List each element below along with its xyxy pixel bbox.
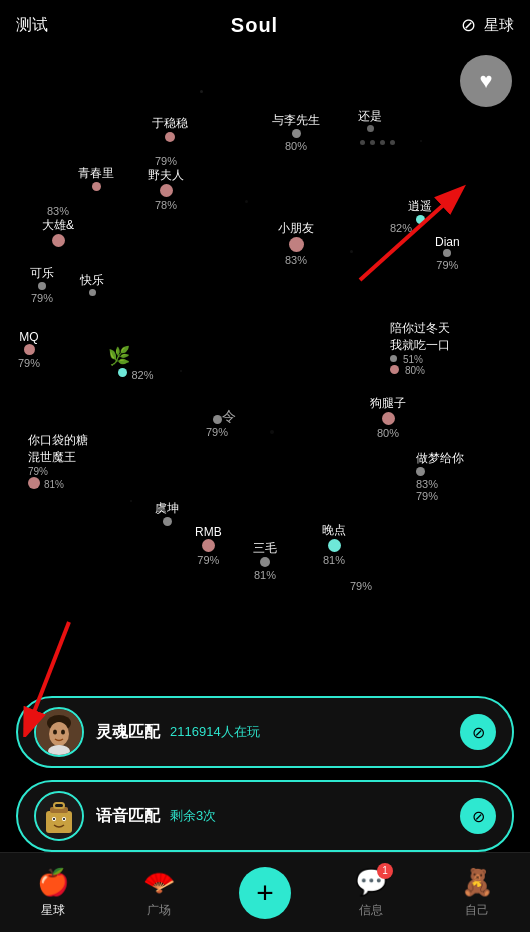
bottom-nav: 🍎 星球 🪭 广场 + 💬 1 信息 🧸 自己 (0, 852, 530, 932)
voice-match-card[interactable]: 语音匹配 剩余3次 ⊘ (16, 780, 514, 852)
node-xiaoyao[interactable]: 逍遥 (408, 198, 432, 226)
node-peiniguodong[interactable]: 陪你过冬天 我就吃一口 51% 80% (390, 320, 450, 376)
soul-match-filter-btn[interactable]: ⊘ (460, 714, 496, 750)
node-kele[interactable]: 可乐 79% (30, 265, 54, 304)
heart-icon: ♥ (479, 68, 492, 94)
soul-match-title: 灵魂匹配 (96, 722, 160, 743)
nav-item-xingqiu[interactable]: 🍎 星球 (0, 867, 106, 919)
node-yuwenwen[interactable]: 于稳稳 (152, 115, 188, 144)
nav-label-guangchang: 广场 (147, 902, 171, 919)
header: 测试 Soul ⊘ 星球 (0, 0, 530, 50)
voice-match-subtitle: 剩余3次 (170, 807, 216, 825)
cards-area: 灵魂匹配 2116914人在玩 ⊘ (0, 696, 530, 852)
node-xiaopenyou[interactable]: 小朋友 83% (278, 220, 314, 266)
add-button[interactable]: + (239, 867, 291, 919)
node-goutuizi[interactable]: 狗腿子 80% (370, 395, 406, 439)
soul-match-subtitle: 2116914人在玩 (170, 723, 260, 741)
planet-label[interactable]: 星球 (484, 16, 514, 35)
node-nikoudaitang[interactable]: 你口袋的糖 混世魔王 79% 81% (28, 432, 88, 491)
node-mid79[interactable]: 79% (206, 415, 228, 438)
node-daxiong[interactable]: 83% 大雄& (42, 205, 74, 249)
soul-match-card[interactable]: 灵魂匹配 2116914人在玩 ⊘ (16, 696, 514, 768)
node-kuaile[interactable]: 快乐 (80, 272, 104, 298)
guangchang-icon: 🪭 (143, 867, 175, 898)
voice-match-title: 语音匹配 (96, 806, 160, 827)
node-haishi[interactable]: 还是 (358, 108, 382, 134)
nav-item-ziji[interactable]: 🧸 自己 (424, 867, 530, 919)
nav-label-xingqiu: 星球 (41, 902, 65, 919)
nav-label-ziji: 自己 (465, 902, 489, 919)
top-avatar[interactable]: ♥ (460, 55, 512, 107)
voice-match-avatar (34, 791, 84, 841)
header-right: ⊘ 星球 (461, 14, 514, 36)
node-qingchunli[interactable]: 青春里 (78, 165, 114, 193)
voice-match-filter-btn[interactable]: ⊘ (460, 798, 496, 834)
node-rmb[interactable]: RMB 79% (195, 525, 222, 566)
node-sanmao[interactable]: 三毛 81% (253, 540, 277, 581)
svg-point-6 (49, 722, 69, 746)
filter-icon: ⊘ (472, 723, 485, 742)
red-arrow-right (350, 180, 480, 290)
universe-area[interactable]: 于稳稳 与李先生 80% 还是 青春里 79% 野夫人 78% 83% 大雄& (0, 50, 530, 610)
nav-item-add[interactable]: + (212, 867, 318, 919)
node-dian[interactable]: Dian 79% (435, 235, 460, 271)
app-title: Soul (231, 14, 278, 37)
svg-point-16 (53, 818, 55, 820)
node-zuomengeini[interactable]: 做梦给你 83% 79% (416, 450, 464, 502)
xingqiu-icon: 🍎 (37, 867, 69, 898)
soul-match-avatar (34, 707, 84, 757)
node-wandian[interactable]: 晚点 81% (322, 522, 346, 566)
svg-point-17 (63, 818, 65, 820)
svg-point-7 (53, 730, 57, 735)
nav-item-guangchang[interactable]: 🪭 广场 (106, 867, 212, 919)
node-mq[interactable]: MQ 79% (18, 330, 40, 369)
nav-label-xinxi: 信息 (359, 902, 383, 919)
svg-point-8 (61, 730, 65, 735)
voice-match-info: 语音匹配 剩余3次 (96, 806, 448, 827)
header-left-label[interactable]: 测试 (16, 15, 48, 36)
xinxi-icon: 💬 1 (355, 867, 387, 898)
node-yelijiansheng[interactable]: 与李先生 80% (272, 112, 320, 152)
plus-icon: + (256, 878, 274, 908)
node-yukun[interactable]: 虞坤 (155, 500, 179, 528)
node-yefuren[interactable]: 79% 野夫人 78% (148, 155, 184, 211)
xinxi-badge: 1 (377, 863, 393, 879)
soul-match-info: 灵魂匹配 2116914人在玩 (96, 722, 448, 743)
svg-rect-11 (46, 811, 72, 833)
filter-icon: ⊘ (472, 807, 485, 826)
ziji-icon: 🧸 (461, 867, 493, 898)
filter-icon[interactable]: ⊘ (461, 14, 476, 36)
nav-item-xinxi[interactable]: 💬 1 信息 (318, 867, 424, 919)
